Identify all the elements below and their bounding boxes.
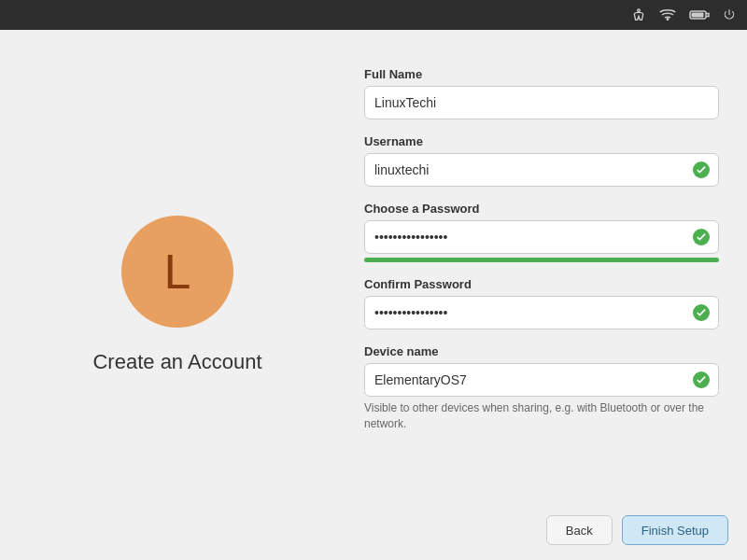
username-valid-icon (693, 161, 710, 178)
back-button[interactable]: Back (546, 515, 613, 545)
page-title: Create an Account (92, 350, 261, 374)
accessibility-icon[interactable] (631, 7, 646, 22)
confirm-password-label: Confirm Password (364, 277, 719, 291)
password-wrapper (364, 220, 719, 254)
password-strength-bar (364, 258, 719, 262)
confirm-password-input[interactable] (364, 296, 719, 329)
device-name-wrapper (364, 363, 719, 397)
finish-setup-button[interactable]: Finish Setup (622, 515, 728, 545)
username-label: Username (364, 134, 719, 148)
confirm-password-group: Confirm Password (364, 277, 719, 329)
network-icon[interactable] (659, 8, 676, 21)
battery-icon[interactable] (689, 9, 710, 21)
svg-rect-3 (692, 13, 704, 18)
device-name-label: Device name (364, 344, 719, 358)
username-group: Username (364, 134, 719, 187)
device-name-group: Device name Visible to other devices whe… (364, 344, 719, 432)
full-name-group: Full Name (364, 67, 719, 119)
password-label: Choose a Password (364, 202, 719, 216)
topbar (0, 0, 747, 30)
power-icon[interactable] (723, 8, 736, 21)
username-input[interactable] (364, 153, 719, 187)
main-content: L Create an Account Full Name Username (0, 30, 747, 560)
device-name-valid-icon (693, 371, 710, 388)
left-panel: L Create an Account (0, 30, 355, 560)
svg-point-1 (667, 19, 669, 21)
full-name-label: Full Name (364, 67, 719, 81)
bottom-bar: Back Finish Setup (546, 515, 728, 545)
password-valid-icon (693, 229, 710, 245)
confirm-password-valid-icon (693, 304, 710, 321)
avatar-letter: L (164, 244, 191, 300)
svg-point-0 (638, 9, 641, 12)
password-group: Choose a Password (364, 202, 719, 262)
username-wrapper (364, 153, 719, 187)
password-input[interactable] (364, 220, 719, 254)
device-name-input[interactable] (364, 363, 719, 397)
device-name-hint: Visible to other devices when sharing, e… (364, 400, 719, 432)
full-name-wrapper (364, 86, 719, 119)
avatar: L (121, 216, 233, 328)
confirm-password-wrapper (364, 296, 719, 329)
form-panel: Full Name Username Choose a Password (355, 30, 747, 560)
full-name-input[interactable] (364, 86, 719, 119)
